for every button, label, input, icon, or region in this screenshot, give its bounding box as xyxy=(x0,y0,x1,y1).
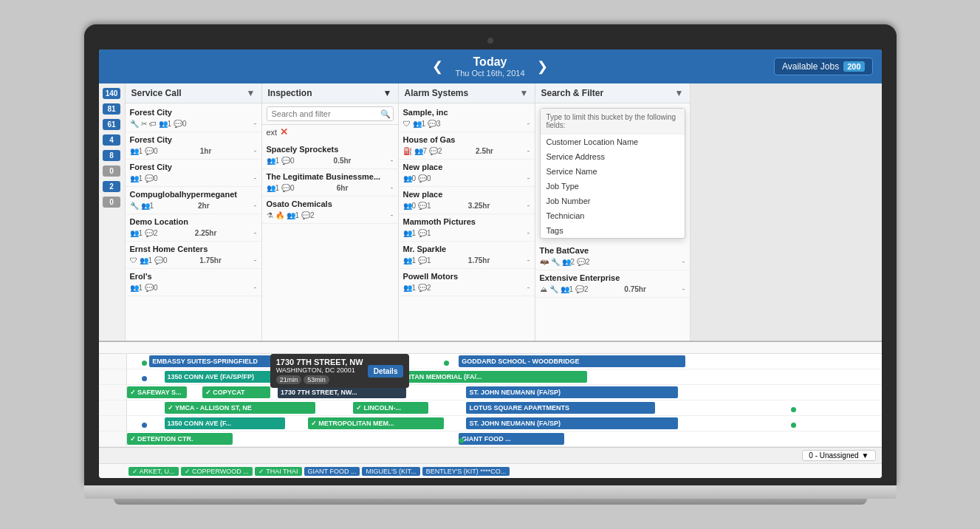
timeline-bar[interactable]: GIANT FOOD ... xyxy=(459,433,564,445)
dropdown-item-job-number[interactable]: Job Number xyxy=(541,194,685,208)
timeline-bar-stjohn[interactable]: ST. JOHN NEUMANN (FA/SP) xyxy=(466,386,677,398)
timeline-bar[interactable]: ✓ LINCOLN-... xyxy=(353,402,428,414)
timeline-bar[interactable]: LOTUS SQUARE APARTMENTS xyxy=(466,402,655,414)
item-remove-btn[interactable]: - xyxy=(254,228,257,238)
bottom-item[interactable]: ✓ ARKET, U... xyxy=(129,467,179,476)
unassigned-arrow: ▼ xyxy=(862,451,869,460)
timeline-bar[interactable]: GODDARD SCHOOL - WOODBRIDGE xyxy=(459,355,685,367)
inspection-filter-icon[interactable]: ▼ xyxy=(383,88,392,98)
bar-label: ✓ COPYCAT xyxy=(205,389,245,396)
bottom-item[interactable]: GIANT FOOD ... xyxy=(304,467,360,476)
list-item[interactable]: Compuglobalhypermeganet 🔧 👥1 2hr - xyxy=(126,187,261,214)
comment-count: 💬3 xyxy=(428,120,441,128)
list-item[interactable]: Osato Chemicals ⚗ 🔥 👥1 💬2 - xyxy=(262,197,398,224)
fire-icon: 🔥 xyxy=(275,211,284,219)
item-remove-btn[interactable]: - xyxy=(527,173,530,183)
item-remove-btn[interactable]: - xyxy=(254,282,257,293)
timeline-bar[interactable]: ✓ DETENTION CTR. xyxy=(127,433,233,445)
bottom-item[interactable]: BENTLEY'S (KIT) ****CO... xyxy=(422,467,510,476)
item-remove-btn[interactable]: - xyxy=(527,228,530,238)
dropdown-item-job-type[interactable]: Job Type xyxy=(541,179,685,194)
dot xyxy=(142,376,147,381)
timeline-bar-safeway[interactable]: ✓ SAFEWAY S... xyxy=(127,386,188,398)
icon-scissor: ✂ xyxy=(141,120,147,128)
bottom-item-label: ✓ THAI THAI xyxy=(258,468,298,475)
dropdown-item-service-name[interactable]: Service Name xyxy=(541,164,685,179)
bottom-item[interactable]: ✓ COPPERWOOD ... xyxy=(181,467,253,476)
item-remove-btn[interactable]: - xyxy=(254,118,257,129)
next-date-button[interactable]: ❯ xyxy=(534,58,551,75)
search-filter-dropdown: Type to limit this bucket by the followi… xyxy=(540,108,685,239)
item-remove-btn[interactable]: - xyxy=(527,282,530,293)
item-remove-btn[interactable]: - xyxy=(254,146,257,156)
person-count: 👥7 xyxy=(414,147,428,155)
list-item[interactable]: Extensive Enterprise ⛰ 🔧 👥1 💬2 xyxy=(535,270,690,298)
timeline-bar-active[interactable]: 1730 7TH STREET, NW... xyxy=(278,386,406,398)
item-remove-btn[interactable]: - xyxy=(391,210,394,220)
bottom-item[interactable]: MIGUEL'S (KIT... xyxy=(362,467,419,476)
list-item[interactable]: Forest City 👥1 💬0 1hr - xyxy=(126,132,261,160)
list-item[interactable]: Forest City 👥1 💬0 - xyxy=(126,160,261,187)
timeline-bar[interactable]: 1350 CONN AVE (F... xyxy=(165,417,286,429)
item-remove-btn[interactable]: - xyxy=(254,173,257,183)
list-item[interactable]: Powell Motors 👥1 💬2 - xyxy=(399,269,535,296)
bar-label: ✓ YMCA - ALLISON ST, NE xyxy=(168,404,252,412)
list-item[interactable]: Sample, inc 🛡 👥1 💬3 - xyxy=(399,105,535,132)
item-time: 2.5hr xyxy=(476,147,493,155)
comment-count: 💬1 xyxy=(418,202,431,210)
item-remove-btn[interactable]: - xyxy=(527,146,530,156)
available-jobs-widget[interactable]: Available Jobs 200 xyxy=(774,58,873,75)
search-input[interactable] xyxy=(267,106,394,121)
comment-count: 💬0 xyxy=(145,284,158,292)
list-item[interactable]: New place 👥0 💬0 - xyxy=(399,160,535,187)
dropdown-item-service-address[interactable]: Service Address xyxy=(541,149,685,164)
list-item[interactable]: Mr. Sparkle 👥1 💬1 1.75hr - xyxy=(399,242,535,269)
item-remove-btn[interactable]: - xyxy=(527,255,530,265)
timeline-bar[interactable]: ST. JOHN NEUMANN (FA/SP) xyxy=(466,417,677,429)
bat-icon: 🦇 xyxy=(540,258,549,266)
item-remove-btn[interactable]: - xyxy=(527,118,530,129)
timeline-bar[interactable]: ✓ METROPOLITAN MEM... xyxy=(308,417,444,429)
bottom-item[interactable]: ✓ THAI THAI xyxy=(255,467,302,476)
list-item[interactable]: The BatCave 🦇 🔧 👥2 💬2 - xyxy=(535,243,690,270)
timeline-bar-copycat[interactable]: ✓ COPYCAT xyxy=(202,386,270,398)
camera-dot xyxy=(487,38,493,44)
service-call-filter-icon[interactable]: ▼ xyxy=(247,88,256,98)
item-remove-btn[interactable]: - xyxy=(254,255,257,265)
list-item[interactable]: Forest City 🔧 ✂ 🏷 👥1 💬0 xyxy=(126,105,261,132)
dropdown-item-technician[interactable]: Technician xyxy=(541,208,685,223)
list-item[interactable]: Mammoth Pictures 👥1 💬1 - xyxy=(399,214,535,242)
list-item[interactable]: The Legitimate Businessme... 👥1 💬0 6hr - xyxy=(262,169,398,197)
list-item[interactable]: Spacely Sprockets 👥1 💬0 0.5hr - xyxy=(262,142,398,169)
timeline-bar[interactable]: ✓ YMCA - ALLISON ST, NE xyxy=(165,402,315,414)
item-remove-btn[interactable]: - xyxy=(391,182,394,193)
item-remove-btn[interactable]: - xyxy=(682,256,685,267)
bottom-item-label: BENTLEY'S (KIT) ****CO... xyxy=(426,468,507,475)
dropdown-item-tags[interactable]: Tags xyxy=(541,223,685,238)
search-filter-icon[interactable]: ▼ xyxy=(675,88,684,98)
item-meta: 👥1 💬2 - xyxy=(403,282,530,293)
dropdown-item-customer-location[interactable]: Customer Location Name xyxy=(541,134,685,149)
timeline-section: 9am 10am 11am noon 1pm 1:38pm 2pm 3pm 4p… xyxy=(99,341,882,447)
item-time: 1.75hr xyxy=(199,256,221,264)
unassigned-dropdown[interactable]: 0 - Unassigned ▼ xyxy=(802,450,875,461)
alarm-systems-filter-icon[interactable]: ▼ xyxy=(520,88,529,98)
item-remove-btn[interactable]: - xyxy=(682,284,685,294)
available-jobs-count: 200 xyxy=(843,61,864,72)
details-button[interactable]: Details xyxy=(368,365,404,378)
comment-count: 💬2 xyxy=(145,229,158,237)
item-remove-btn[interactable]: - xyxy=(254,200,257,211)
app-header: ❮ Today Thu Oct 16th, 2014 ❯ Available J… xyxy=(99,50,882,83)
ext-tag-remove-btn[interactable]: ✕ xyxy=(280,126,288,137)
item-remove-btn[interactable]: - xyxy=(391,155,394,165)
sidebar-num-1: 140 xyxy=(100,86,123,100)
list-item[interactable]: Erol's 👥1 💬0 - xyxy=(126,269,261,296)
list-item[interactable]: New place 👥0 💬1 3.25hr - xyxy=(399,187,535,214)
prev-date-button[interactable]: ❮ xyxy=(429,58,446,75)
list-item[interactable]: Ernst Home Centers 🛡 👥1 💬0 1.75hr xyxy=(126,242,261,269)
shield-icon: 🛡 xyxy=(130,256,137,264)
list-item[interactable]: Demo Location 👥1 💬2 2.25hr - xyxy=(126,214,261,242)
list-item[interactable]: House of Gas ⛽ 👥7 💬2 2.5hr - xyxy=(399,132,535,160)
icon-tag: 🏷 xyxy=(149,120,157,128)
item-remove-btn[interactable]: - xyxy=(527,200,530,211)
